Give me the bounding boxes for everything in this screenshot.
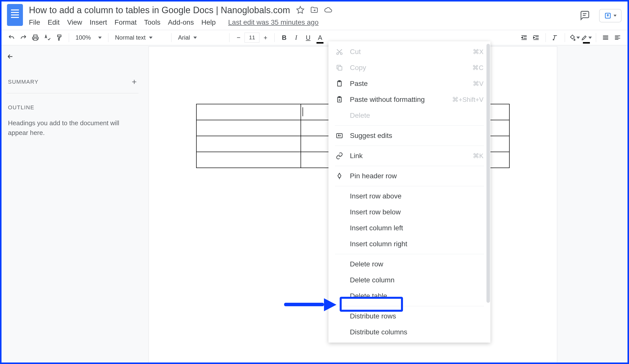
menu-bar: File Edit View Insert Format Tools Add-o… [29, 18, 622, 26]
style-label: Normal text [115, 34, 146, 41]
share-button[interactable] [599, 9, 622, 22]
indent-decrease-button[interactable] [519, 32, 530, 43]
menu-tools[interactable]: Tools [144, 18, 160, 26]
underline-button[interactable]: U [303, 32, 314, 43]
menu-view[interactable]: View [67, 18, 82, 26]
menu-file[interactable]: File [29, 18, 40, 26]
ctx-paste-without-formatting[interactable]: Paste without formatting⌘+Shift+V [328, 91, 490, 107]
ctx-link[interactable]: Link⌘K [328, 148, 490, 164]
chevron-down-icon [614, 15, 617, 17]
align-button[interactable] [600, 32, 611, 43]
app-header: How to add a column to tables in Google … [1, 1, 628, 30]
ctx-delete-column[interactable]: Delete column [328, 272, 490, 288]
chevron-down-icon [588, 37, 592, 39]
ctx-delete-row[interactable]: Delete row [328, 256, 490, 272]
spellcheck-button[interactable] [42, 32, 53, 43]
ctx-pin-header-row[interactable]: Pin header row [328, 168, 490, 184]
move-folder-icon[interactable] [310, 6, 318, 15]
sidebar-collapse-button[interactable] [6, 53, 139, 61]
font-select[interactable]: Arial [175, 34, 225, 41]
summary-heading: SUMMARY [8, 79, 39, 85]
bold-button[interactable]: B [279, 32, 290, 43]
menu-edit[interactable]: Edit [48, 18, 60, 26]
ctx-insert-column-left[interactable]: Insert column left [328, 220, 490, 236]
highlight-color-button[interactable] [581, 32, 592, 43]
paste-icon [335, 80, 343, 88]
font-label: Arial [178, 34, 190, 41]
toolbar: 100% Normal text Arial − 11 + B I U A [1, 30, 628, 45]
menu-addons[interactable]: Add-ons [168, 18, 194, 26]
ctx-distribute-columns[interactable]: Distribute columns [328, 324, 490, 340]
zoom-label: 100% [76, 34, 91, 41]
redo-button[interactable] [18, 32, 29, 43]
print-button[interactable] [30, 32, 41, 43]
svg-rect-1 [34, 38, 37, 40]
cut-icon [335, 48, 343, 56]
annotation-highlight [340, 297, 403, 312]
undo-button[interactable] [6, 32, 17, 43]
chevron-down-icon [576, 37, 580, 39]
ctx-suggest-edits[interactable]: Suggest edits [328, 128, 490, 144]
text-cursor [303, 107, 303, 116]
zoom-select[interactable]: 100% [73, 34, 104, 41]
ctx-copy: Copy⌘C [328, 60, 490, 76]
outline-hint: Headings you add to the document will ap… [6, 118, 139, 138]
ctx-insert-column-right[interactable]: Insert column right [328, 236, 490, 252]
link-icon [335, 152, 343, 160]
editing-mode-button[interactable] [612, 32, 623, 43]
outline-heading: OUTLINE [8, 104, 137, 111]
ctx-delete: Delete [328, 107, 490, 123]
ctx-insert-row-above[interactable]: Insert row above [328, 188, 490, 204]
star-icon[interactable] [296, 6, 305, 15]
paint-format-button[interactable] [54, 32, 65, 43]
svg-rect-4 [338, 67, 342, 70]
pin-icon [335, 172, 343, 180]
font-size-decrease[interactable]: − [234, 33, 243, 43]
ctx-paste[interactable]: Paste⌘V [328, 76, 490, 91]
clear-formatting-button[interactable] [550, 32, 561, 43]
comments-icon[interactable] [579, 10, 590, 22]
chevron-down-icon [149, 37, 153, 39]
annotation-arrow [284, 298, 336, 310]
menu-format[interactable]: Format [115, 18, 137, 26]
fill-color-button[interactable] [569, 32, 580, 43]
ctx-cut: Cut⌘X [328, 44, 490, 60]
font-size-increase[interactable]: + [260, 33, 270, 43]
document-title[interactable]: How to add a column to tables in Google … [29, 4, 290, 16]
menu-help[interactable]: Help [201, 18, 216, 26]
add-summary-button[interactable]: + [132, 77, 137, 87]
text-color-button[interactable]: A [314, 32, 325, 43]
font-size-input[interactable]: 11 [244, 33, 259, 43]
ctx-insert-row-below[interactable]: Insert row below [328, 204, 490, 220]
cloud-status-icon[interactable] [324, 6, 332, 15]
docs-logo-icon[interactable] [7, 4, 23, 26]
paste-plain-icon [335, 96, 343, 103]
menu-insert[interactable]: Insert [90, 18, 107, 26]
suggest-icon [335, 132, 343, 139]
paragraph-style-select[interactable]: Normal text [112, 34, 167, 41]
last-edit-link[interactable]: Last edit was 35 minutes ago [228, 18, 319, 26]
italic-button[interactable]: I [291, 32, 302, 43]
indent-increase-button[interactable] [531, 32, 542, 43]
chevron-down-icon [193, 37, 197, 39]
chevron-down-icon [98, 37, 102, 39]
copy-icon [335, 64, 343, 72]
context-menu-scrollbar[interactable] [486, 44, 490, 303]
outline-sidebar: SUMMARY + OUTLINE Headings you add to th… [1, 45, 144, 363]
